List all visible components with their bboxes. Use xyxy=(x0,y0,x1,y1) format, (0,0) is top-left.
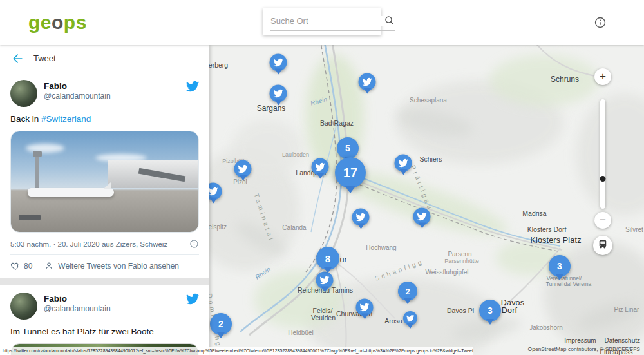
twitter-icon[interactable] xyxy=(186,293,199,305)
map-cluster-marker[interactable]: 2 xyxy=(398,282,417,301)
tweet-card: Fabio @calandamountain Back in #Switzerl… xyxy=(0,72,209,278)
map-label: Jakobshorn xyxy=(529,324,563,331)
photo-control-tower xyxy=(35,156,39,191)
map-tweet-marker[interactable] xyxy=(312,158,329,176)
map-label: Calanda xyxy=(282,224,306,231)
photo-ground-vehicle xyxy=(19,215,41,220)
vehicle-layer-button[interactable] xyxy=(593,236,612,255)
map-cluster-marker[interactable]: 5 xyxy=(337,137,359,159)
map-label: Klosters Platz xyxy=(530,236,581,245)
map-label: Piz Linar xyxy=(614,306,639,313)
tweet-photo[interactable] xyxy=(10,131,199,233)
info-button[interactable] xyxy=(594,16,607,29)
map-label: Heidbüel xyxy=(288,329,313,336)
app-header: geops xyxy=(0,0,644,45)
zoom-slider-handle[interactable] xyxy=(600,176,606,182)
zoom-slider[interactable] xyxy=(600,99,605,209)
map-cluster-marker[interactable]: 17 xyxy=(335,157,366,188)
map-tweet-marker[interactable] xyxy=(359,73,376,91)
map-label: Laulböden xyxy=(282,151,309,158)
map-cluster-marker[interactable]: 3 xyxy=(549,255,571,277)
map-label: erberg xyxy=(209,61,228,69)
logo-text: ge xyxy=(28,12,52,33)
map-label: Dorf xyxy=(502,306,517,315)
map-label: Silvret xyxy=(625,226,643,233)
user-name[interactable]: Fabio xyxy=(44,81,186,91)
tweet-text: Im Tunnel es hat Platz für zwei Boote xyxy=(10,326,199,338)
panel-header: Tweet xyxy=(0,45,209,72)
osm-attribution: OpenStreetMap contributors, © SBB/CFF/FF… xyxy=(528,346,640,352)
map-label: Schruns xyxy=(551,75,579,84)
map-label: Madrisa xyxy=(522,209,546,217)
datenschutz-link[interactable]: Datenschutz xyxy=(604,337,640,344)
map-label: Schiers xyxy=(419,155,442,163)
map-attribution: Impressum Datenschutz OpenStreetMap cont… xyxy=(528,337,640,352)
info-icon[interactable] xyxy=(189,239,199,249)
user-handle[interactable]: @calandamountain xyxy=(44,304,186,313)
map-label: Bad Ragaz xyxy=(320,119,354,127)
map-label: Klosters Dorf xyxy=(527,225,567,233)
map-cluster-marker[interactable]: 2 xyxy=(210,313,232,335)
user-handle[interactable]: @calandamountain xyxy=(44,91,186,101)
panel-title: Tweet xyxy=(33,53,56,63)
user-names[interactable]: Fabio @calandamountain xyxy=(37,293,186,313)
map-label: Weissfluhgipfel xyxy=(425,269,468,276)
person-icon xyxy=(44,261,54,271)
map-label: Schesaplana xyxy=(410,97,447,104)
map-label: Tunnel dal Vereina xyxy=(546,281,592,287)
like-icon[interactable] xyxy=(10,261,21,271)
photo-airplane xyxy=(28,188,114,197)
map-cluster-marker[interactable]: 8 xyxy=(316,247,339,270)
back-icon[interactable] xyxy=(12,52,24,65)
zoom-in-button[interactable]: + xyxy=(594,68,611,85)
map-tweet-marker[interactable] xyxy=(270,85,287,102)
app-root: geops xyxy=(0,0,644,355)
status-bar-url: https://twitter.com/calandamountain/stat… xyxy=(0,347,473,355)
more-tweets-link[interactable]: Weitere Tweets von Fabio ansehen xyxy=(58,262,179,271)
map-tweet-marker[interactable] xyxy=(395,155,412,172)
map-tweet-marker[interactable] xyxy=(413,208,431,225)
tweet-text: Back in #Switzerland xyxy=(10,113,199,125)
map-label: Davos Pl xyxy=(447,307,474,314)
map-tweet-marker[interactable] xyxy=(316,272,334,289)
zoom-out-button[interactable]: − xyxy=(594,212,611,229)
user-name[interactable]: Fabio xyxy=(44,294,186,303)
search-icon[interactable] xyxy=(384,15,395,26)
map-tweet-marker[interactable] xyxy=(403,311,417,325)
avatar[interactable] xyxy=(10,293,37,320)
map-label: Hochwang xyxy=(366,244,396,251)
map-tweet-marker[interactable] xyxy=(234,160,252,178)
user-names[interactable]: Fabio @calandamountain xyxy=(37,80,186,101)
map-label: Arosa xyxy=(384,317,402,325)
search-box xyxy=(263,8,381,35)
impressum-link[interactable]: Impressum xyxy=(564,337,596,344)
photo-cloud xyxy=(26,144,64,153)
like-count[interactable]: 80 xyxy=(24,262,32,271)
map-label: Veulden xyxy=(311,314,336,321)
tweet-timestamp[interactable]: 5:03 nachm. · 20. Juli 2020 aus Zizers, … xyxy=(10,240,167,248)
map-tweet-marker[interactable] xyxy=(209,183,222,200)
tweet-panel: Tweet Fabio @calandamountain Back in #Sw… xyxy=(0,45,209,355)
map-tweet-marker[interactable] xyxy=(356,299,374,316)
geops-logo[interactable]: geops xyxy=(28,12,87,34)
map-cluster-marker[interactable]: 3 xyxy=(479,300,501,321)
map-tweet-marker[interactable] xyxy=(352,209,370,226)
map[interactable]: erbergSchrunsSargansRheinBad RagazSchesa… xyxy=(209,45,644,355)
tweet-card: Fabio @calandamountain Im Tunnel es hat … xyxy=(0,285,209,355)
bus-icon xyxy=(597,238,609,253)
twitter-icon[interactable] xyxy=(186,80,199,93)
search-input[interactable] xyxy=(270,16,384,26)
avatar[interactable] xyxy=(10,80,37,107)
map-label: gelspitz xyxy=(209,224,227,231)
map-tweet-marker[interactable] xyxy=(270,54,287,72)
map-label: Parsennhütte xyxy=(444,258,479,264)
map-label: Parsenn xyxy=(448,251,471,258)
hashtag-link[interactable]: #Switzerland xyxy=(41,114,91,124)
